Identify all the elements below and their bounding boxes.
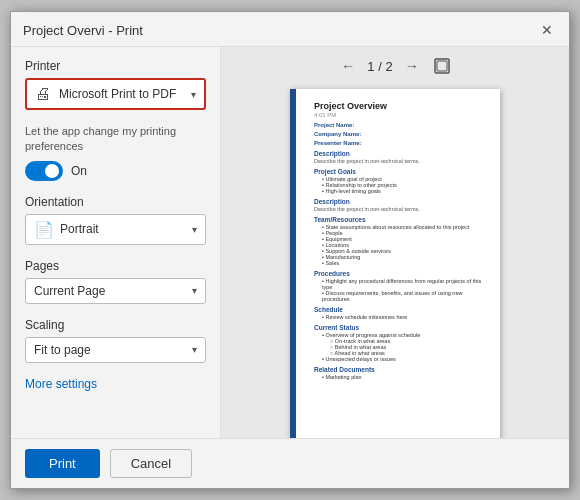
close-button[interactable]: ✕ bbox=[537, 20, 557, 40]
printer-chevron-icon: ▾ bbox=[191, 89, 196, 100]
doc-title: Project Overview bbox=[314, 101, 486, 111]
orientation-dropdown[interactable]: 📄 Portrait ▾ bbox=[25, 214, 206, 245]
toggle-label: On bbox=[71, 164, 87, 178]
printer-dropdown[interactable]: 🖨 Microsoft Print to PDF ▾ bbox=[25, 78, 206, 110]
doc-content: Project Overview 4:01 PM Project Name: C… bbox=[314, 101, 486, 380]
scaling-label: Scaling bbox=[25, 318, 206, 332]
section-status: Current Status • Overview of progress ag… bbox=[314, 324, 486, 362]
fit-page-button[interactable] bbox=[431, 55, 453, 77]
pages-label: Pages bbox=[25, 259, 206, 273]
svg-rect-1 bbox=[437, 61, 447, 71]
pages-dropdown[interactable]: Current Page ▾ bbox=[25, 278, 206, 304]
section-goals: Project Goals • Ultimate goal of project… bbox=[314, 168, 486, 194]
page-indicator: 1 / 2 bbox=[367, 59, 392, 74]
doc-blue-bar bbox=[290, 89, 296, 438]
section-description2: Description Describe the project in non-… bbox=[314, 198, 486, 212]
printer-section: Printer 🖨 Microsoft Print to PDF ▾ bbox=[25, 59, 206, 110]
portrait-icon: 📄 bbox=[34, 220, 54, 239]
preview-area: Project Overview 4:01 PM Project Name: C… bbox=[221, 85, 569, 438]
prev-page-button[interactable]: ← bbox=[337, 55, 359, 77]
preview-page: Project Overview 4:01 PM Project Name: C… bbox=[290, 89, 500, 438]
more-settings-link[interactable]: More settings bbox=[25, 377, 206, 391]
field-presenter-name: Presenter Name: bbox=[314, 140, 486, 146]
dialog-title: Project Overvi - Print bbox=[23, 23, 143, 38]
preview-toolbar: ← 1 / 2 → bbox=[221, 47, 569, 85]
left-panel: Printer 🖨 Microsoft Print to PDF ▾ Let t… bbox=[11, 47, 221, 438]
section-schedule: Schedule • Review schedule milestones he… bbox=[314, 306, 486, 320]
toggle-row: On bbox=[25, 161, 206, 181]
scaling-chevron-icon: ▾ bbox=[192, 344, 197, 355]
section-procedures: Procedures • Highlight any procedural di… bbox=[314, 270, 486, 302]
section-related: Related Documents • Marketing plan bbox=[314, 366, 486, 380]
doc-time: 4:01 PM bbox=[314, 112, 486, 118]
pages-value: Current Page bbox=[34, 284, 192, 298]
printer-label: Printer bbox=[25, 59, 206, 73]
pref-hint: Let the app change my printing preferenc… bbox=[25, 124, 206, 155]
scaling-section: Scaling Fit to page ▾ bbox=[25, 318, 206, 363]
scaling-dropdown[interactable]: Fit to page ▾ bbox=[25, 337, 206, 363]
printer-icon: 🖨 bbox=[35, 85, 51, 103]
title-bar: Project Overvi - Print ✕ bbox=[11, 12, 569, 47]
toggle-knob bbox=[45, 164, 59, 178]
orientation-label: Orientation bbox=[25, 195, 206, 209]
print-button[interactable]: Print bbox=[25, 449, 100, 478]
pages-section: Pages Current Page ▾ bbox=[25, 259, 206, 304]
scaling-value: Fit to page bbox=[34, 343, 192, 357]
preferences-toggle[interactable] bbox=[25, 161, 63, 181]
orientation-section: Orientation 📄 Portrait ▾ bbox=[25, 195, 206, 245]
field-project-name: Project Name: bbox=[314, 122, 486, 128]
preferences-section: Let the app change my printing preferenc… bbox=[25, 124, 206, 181]
section-description: Description Describe the project in non-… bbox=[314, 150, 486, 164]
next-page-button[interactable]: → bbox=[401, 55, 423, 77]
section-team: Team/Resources • State assumptions about… bbox=[314, 216, 486, 266]
field-company-name: Company Name: bbox=[314, 131, 486, 137]
dialog-footer: Print Cancel bbox=[11, 438, 569, 488]
printer-name: Microsoft Print to PDF bbox=[59, 87, 183, 101]
right-panel: ← 1 / 2 → Project Overview 4:01 PM P bbox=[221, 47, 569, 438]
orientation-value: Portrait bbox=[60, 222, 192, 236]
print-dialog: Project Overvi - Print ✕ Printer 🖨 Micro… bbox=[10, 11, 570, 489]
dialog-body: Printer 🖨 Microsoft Print to PDF ▾ Let t… bbox=[11, 47, 569, 438]
orientation-chevron-icon: ▾ bbox=[192, 224, 197, 235]
pages-chevron-icon: ▾ bbox=[192, 285, 197, 296]
cancel-button[interactable]: Cancel bbox=[110, 449, 192, 478]
